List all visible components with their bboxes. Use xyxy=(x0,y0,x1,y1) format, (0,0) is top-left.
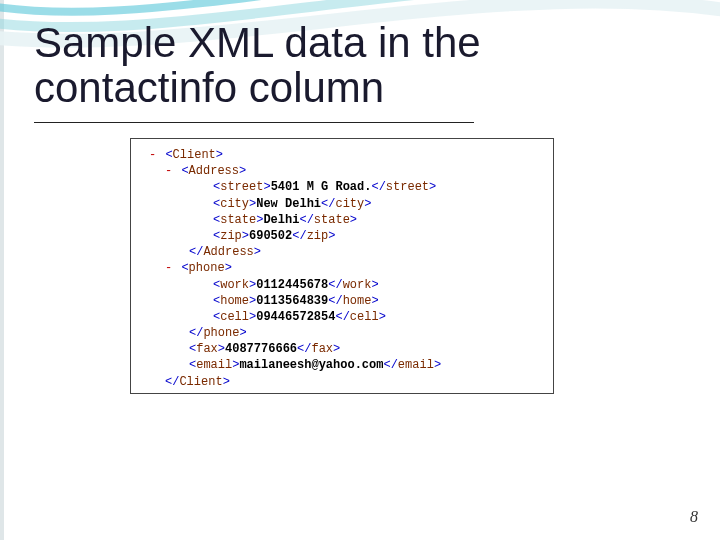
slide-title: Sample XML data in the contactinfo colum… xyxy=(34,20,481,111)
title-line-2: contactinfo column xyxy=(34,64,384,111)
xml-sample-box: - <Client>- <Address><street>5401 M G Ro… xyxy=(130,138,554,394)
title-line-1: Sample XML data in the xyxy=(34,19,481,66)
page-number: 8 xyxy=(690,508,698,526)
title-underline xyxy=(34,122,474,123)
left-margin-bar xyxy=(0,0,4,540)
